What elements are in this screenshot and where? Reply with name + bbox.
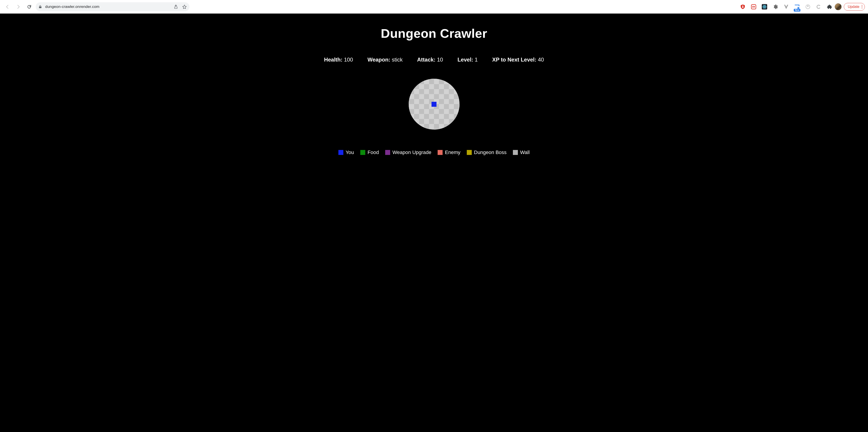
weapon-value: stick <box>392 57 403 63</box>
health-stat: Health: 100 <box>324 57 353 63</box>
xp-value: 40 <box>538 57 544 63</box>
weapon-stat: Weapon: stick <box>368 57 403 63</box>
gear-extension-icon[interactable] <box>772 4 778 10</box>
extension-icons: New <box>740 4 833 10</box>
star-icon[interactable] <box>182 4 187 9</box>
swatch-weapon-upgrade <box>385 150 390 155</box>
attack-stat: Attack: 10 <box>417 57 443 63</box>
legend-dungeon-boss: Dungeon Boss <box>467 149 506 155</box>
react-devtools-icon[interactable] <box>762 4 767 10</box>
weapon-label: Weapon: <box>368 57 391 63</box>
c-extension-icon[interactable] <box>816 4 822 10</box>
legend: You Food Weapon Upgrade Enemy Dungeon Bo… <box>338 149 530 155</box>
legend-you-label: You <box>346 149 354 155</box>
stats-bar: Health: 100 Weapon: stick Attack: 10 Lev… <box>324 57 544 63</box>
vue-devtools-icon[interactable] <box>783 4 789 10</box>
update-label: Update <box>848 5 860 9</box>
swatch-enemy <box>438 150 442 155</box>
arrow-right-icon <box>16 4 21 9</box>
level-stat: Level: 1 <box>458 57 477 63</box>
share-icon[interactable] <box>174 4 178 9</box>
back-button[interactable] <box>3 2 12 11</box>
game-page: Dungeon Crawler Health: 100 Weapon: stic… <box>0 13 868 432</box>
update-button[interactable]: Update <box>844 3 865 11</box>
swatch-wall <box>513 150 518 155</box>
screenshot-extension-icon[interactable]: New <box>794 4 800 10</box>
legend-weapon-upgrade: Weapon Upgrade <box>385 149 431 155</box>
circle-extension-icon[interactable] <box>805 4 811 10</box>
page-title: Dungeon Crawler <box>381 26 487 41</box>
game-viewport[interactable] <box>409 79 460 129</box>
svg-rect-2 <box>743 6 744 8</box>
svg-point-5 <box>764 6 765 7</box>
health-value: 100 <box>344 57 353 63</box>
legend-you: You <box>338 149 354 155</box>
attack-label: Attack: <box>417 57 435 63</box>
swatch-dungeon-boss <box>467 150 472 155</box>
kebab-icon <box>862 5 862 8</box>
svg-rect-0 <box>742 6 743 6</box>
arrow-left-icon <box>5 4 10 9</box>
ublock-icon[interactable] <box>740 4 746 10</box>
legend-wall-label: Wall <box>520 149 530 155</box>
reload-button[interactable] <box>25 2 33 11</box>
reload-icon <box>27 4 32 9</box>
level-label: Level: <box>458 57 473 63</box>
fastforward-icon[interactable] <box>751 4 756 10</box>
legend-food: Food <box>360 149 379 155</box>
svg-point-10 <box>807 6 808 6</box>
lock-icon <box>38 5 42 8</box>
health-label: Health: <box>324 57 342 63</box>
forward-button[interactable] <box>14 2 23 11</box>
player-marker <box>432 102 436 107</box>
address-bar[interactable]: dungeon-crawler.onrender.com <box>36 2 189 11</box>
browser-chrome: dungeon-crawler.onrender.com N <box>0 0 868 13</box>
xp-stat: XP to Next Level: 40 <box>492 57 544 63</box>
legend-wall: Wall <box>513 149 530 155</box>
attack-value: 10 <box>437 57 443 63</box>
game-viewport-wrap <box>409 79 460 129</box>
extensions-puzzle-icon[interactable] <box>827 4 833 10</box>
new-badge: New <box>794 9 800 11</box>
legend-food-label: Food <box>368 149 379 155</box>
svg-rect-1 <box>742 6 743 8</box>
url-text: dungeon-crawler.onrender.com <box>45 4 170 9</box>
profile-avatar[interactable] <box>835 3 842 10</box>
legend-dungeon-boss-label: Dungeon Boss <box>474 149 506 155</box>
legend-enemy: Enemy <box>438 149 460 155</box>
legend-weapon-upgrade-label: Weapon Upgrade <box>393 149 431 155</box>
level-value: 1 <box>475 57 477 63</box>
swatch-food <box>360 150 365 155</box>
xp-label: XP to Next Level: <box>492 57 536 63</box>
legend-enemy-label: Enemy <box>445 149 460 155</box>
swatch-you <box>338 150 343 155</box>
